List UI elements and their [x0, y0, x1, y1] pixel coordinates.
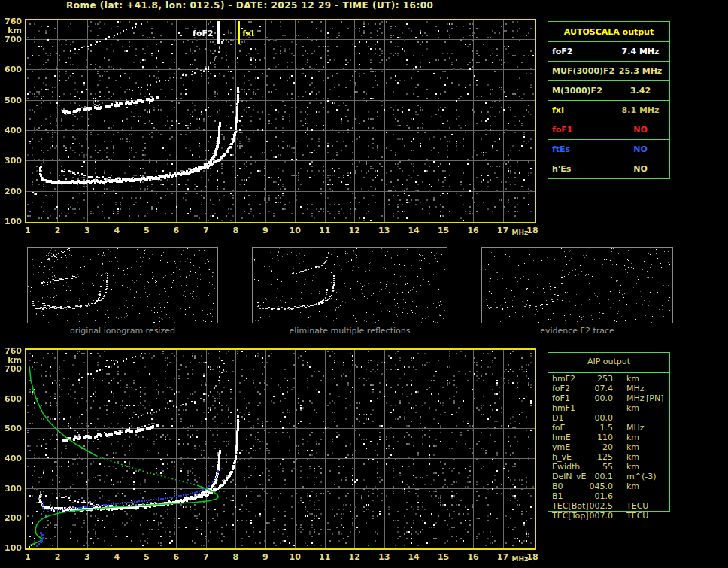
y-tick-label: 700 — [0, 35, 22, 44]
x-tick-label: 10 — [286, 226, 304, 235]
aip-row: B101.6 — [548, 491, 669, 501]
aip-row: TEC[Top]007.0TECU — [548, 511, 669, 521]
table-row: MUF(3000)F225.3 MHz — [548, 62, 669, 81]
thumbnail-original-ionogram — [27, 247, 218, 323]
y-tick-label: 300 — [0, 156, 22, 165]
y-tick-label: 400 — [0, 126, 22, 135]
aip-row: ymE20km — [548, 442, 669, 452]
y-tick-label: 500 — [0, 96, 22, 105]
x-tick-label: 10 — [286, 553, 304, 561]
aip-row: foF207.4MHz — [548, 384, 669, 393]
parameter-value: --- — [568, 403, 613, 413]
parameter-value: NO — [611, 140, 669, 159]
x-tick-label: 6 — [167, 553, 185, 561]
table-row: fxI8.1 MHz — [548, 101, 669, 120]
parameter-value: 110 — [568, 433, 613, 442]
thumbnail-label: evidence F2 trace — [481, 327, 673, 336]
parameter-label: B0 — [552, 481, 563, 491]
x-tick-label: 4 — [108, 226, 126, 235]
table-row: h'EsNO — [548, 159, 669, 178]
x-tick-label: 11 — [316, 226, 334, 235]
y-tick-label: 600 — [0, 395, 22, 403]
parameter-value: 20 — [568, 442, 613, 452]
parameter-label: ftEs — [548, 140, 611, 159]
y-axis-unit: km — [0, 356, 22, 364]
y-tick-label: 500 — [0, 424, 22, 433]
table-row: M(3000)F23.42 — [548, 81, 669, 101]
parameter-value: 00.0 — [568, 393, 613, 403]
aip-row: foE1.5MHz — [548, 423, 669, 433]
thumbnail-label: eliminate multiple reflections — [252, 327, 447, 336]
x-tick-label: 2 — [48, 226, 66, 235]
x-tick-label: 8 — [226, 226, 244, 235]
x-tick-label: 7 — [197, 226, 215, 235]
parameter-unit: MHz — [626, 393, 645, 403]
x-tick-label: 7 — [197, 553, 215, 561]
x-tick-label: 4 — [108, 553, 126, 561]
table-row: ftEsNO — [548, 140, 669, 159]
x-tick-label: 9 — [256, 553, 275, 561]
x-tick-label: 13 — [375, 553, 393, 561]
aip-row: DelN_vE00.1m^(-3) — [548, 472, 669, 481]
parameter-unit: TECU — [626, 511, 648, 521]
x-tick-label: 6 — [167, 226, 185, 235]
y-tick-label: 200 — [0, 187, 22, 196]
critical-frequency-marker-label: foF2 — [184, 29, 214, 38]
thumbnail-label: original ionogram resized — [27, 327, 218, 336]
parameter-label: B1 — [552, 491, 563, 501]
parameter-value: 25.3 MHz — [611, 62, 669, 80]
parameter-value: 7.4 MHz — [611, 42, 669, 61]
x-tick-label: 16 — [464, 553, 482, 561]
table-row: foF27.4 MHz — [548, 42, 669, 62]
y-tick-label: 760 — [0, 17, 22, 26]
aip-row: D100.0 — [548, 413, 669, 423]
y-tick-label: 100 — [0, 544, 22, 552]
x-tick-label: 11 — [316, 553, 334, 561]
parameter-unit: km — [626, 374, 639, 384]
parameter-label: M(3000)F2 — [548, 81, 611, 100]
y-tick-label: 700 — [0, 365, 22, 373]
parameter-value: 253 — [568, 374, 613, 384]
x-tick-label: 14 — [405, 226, 423, 235]
parameter-label: foF2 — [548, 42, 611, 61]
parameter-label: MUF(3000)F2 — [548, 62, 611, 80]
parameter-unit: km — [626, 481, 639, 491]
thumbnail-eliminate-reflections — [252, 247, 447, 323]
aip-header-divider — [548, 372, 669, 373]
x-tick-label: 17 — [494, 553, 512, 561]
x-tick-label: 12 — [345, 226, 363, 235]
x-tick-label: 15 — [435, 553, 453, 561]
critical-frequency-marker-label: fxI — [242, 29, 254, 38]
page-title: Rome (lat: +41.8, lon: 012.5) - DATE: 20… — [66, 0, 433, 11]
autoscala-screen: Rome (lat: +41.8, lon: 012.5) - DATE: 20… — [0, 0, 728, 568]
parameter-value: 3.42 — [611, 81, 669, 100]
y-tick-label: 760 — [0, 347, 22, 355]
table-row: foF1NO — [548, 120, 669, 140]
y-tick-label: 300 — [0, 484, 22, 493]
aip-row: foF100.0MHz[PN] — [548, 393, 669, 403]
parameter-value: 00.1 — [568, 472, 613, 481]
y-tick-label: 600 — [0, 65, 22, 74]
autoscala-output-table: AUTOSCALA output foF27.4 MHzMUF(3000)F22… — [548, 21, 670, 179]
x-tick-label: 5 — [138, 226, 156, 235]
aip-row: TEC[Bot]002.5TECU — [548, 501, 669, 511]
parameter-note: [PN] — [646, 393, 663, 403]
bottom-ionogram-canvas — [25, 348, 536, 550]
parameter-unit: km — [626, 452, 639, 462]
x-tick-label: 5 — [138, 553, 156, 561]
aip-row: Ewidth55km — [548, 462, 669, 472]
x-tick-label: 9 — [256, 226, 275, 235]
y-tick-label: 400 — [0, 454, 22, 463]
parameter-value: 045.0 — [568, 481, 613, 491]
x-tick-label: 1 — [19, 553, 37, 561]
aip-row: hmE110km — [548, 433, 669, 442]
parameter-value: 07.4 — [568, 384, 613, 393]
parameter-label: fxI — [548, 101, 611, 120]
parameter-unit: MHz — [626, 423, 645, 433]
x-axis-unit: MHz — [512, 555, 529, 563]
parameter-value: NO — [611, 120, 669, 139]
aip-row: B0045.0km — [548, 481, 669, 491]
parameter-unit: km — [626, 433, 639, 442]
parameter-unit: km — [626, 442, 639, 452]
parameter-unit: MHz — [626, 384, 645, 393]
